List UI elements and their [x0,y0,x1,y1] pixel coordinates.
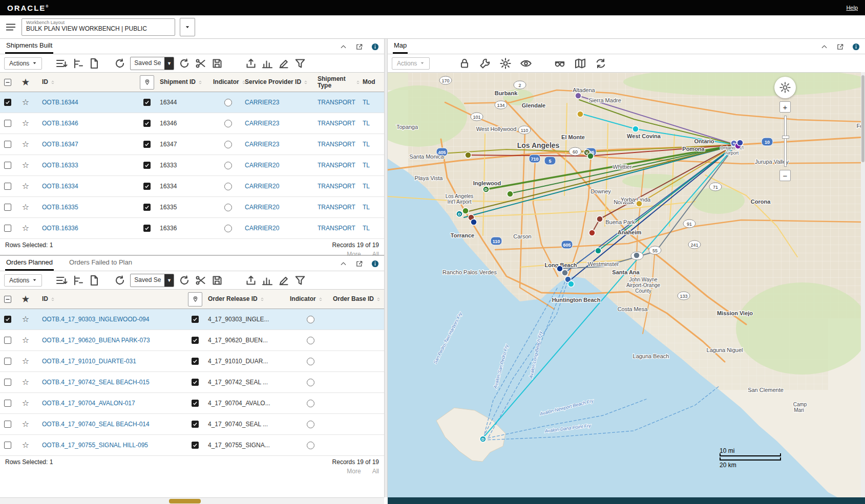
zoom-out-button[interactable]: − [779,170,791,181]
sort-icon[interactable] [376,296,381,302]
open-window-icon[interactable] [836,43,844,51]
shipment-flag-checkbox[interactable] [143,162,151,169]
order-flag-checkbox[interactable] [192,379,199,386]
saved-search-dropdown[interactable]: Saved Se▼ [130,274,174,287]
row-select-checkbox[interactable] [4,99,11,106]
vertical-scrollbar[interactable] [861,72,865,497]
table-settings-icon[interactable] [55,274,68,287]
lock-icon[interactable] [458,57,471,70]
row-select-checkbox[interactable] [4,120,11,127]
shipment-flag-checkbox[interactable] [143,204,151,211]
favorite-star-icon[interactable]: ☆ [22,420,29,428]
order-row[interactable]: ☆OOTB.4_17_91010_DUARTE-0314_17_91010_DU… [0,351,384,372]
all-link[interactable]: All [372,468,379,475]
service-provider-link[interactable]: CARRIER20 [245,162,279,169]
table-settings-icon[interactable] [55,57,68,70]
service-provider-link[interactable]: CARRIER23 [245,141,279,148]
order-flag-checkbox[interactable] [192,400,199,407]
info-icon[interactable] [852,43,860,51]
shipment-id-link[interactable]: OOTB.16335 [42,204,78,211]
sort-icon[interactable] [50,296,55,302]
mode-link[interactable]: TL [363,204,370,211]
shipment-flag-checkbox[interactable] [143,120,151,127]
save-icon[interactable] [211,274,223,287]
mode-link[interactable]: TL [363,120,370,127]
service-provider-link[interactable]: CARRIER20 [245,225,279,232]
new-document-icon[interactable] [88,57,100,70]
shipment-type-link[interactable]: TRANSPORT [318,141,355,148]
refresh-icon[interactable] [114,274,126,287]
workbench-menu-icon[interactable] [5,21,16,33]
order-id-link[interactable]: OOTB.4_17_90755_SIGNAL HILL-095 [42,442,148,449]
row-select-checkbox[interactable] [4,204,11,211]
shipment-id-link[interactable]: OOTB.16334 [42,183,78,190]
row-select-checkbox[interactable] [4,421,11,428]
save-icon[interactable] [211,57,223,70]
shipment-row[interactable]: ☆OOTB.1633316333CARRIER20TRANSPORTTL [0,155,384,176]
service-provider-link[interactable]: CARRIER23 [245,99,279,106]
map-compass-button[interactable] [774,77,796,98]
workbench-layout-caret[interactable] [180,18,195,36]
hierarchy-icon[interactable] [72,274,84,287]
sort-icon[interactable] [318,296,323,302]
favorite-star-icon[interactable]: ☆ [22,441,29,449]
info-icon[interactable] [371,43,379,51]
shipment-row[interactable]: ☆OOTB.1633616336CARRIER20TRANSPORTTL [0,218,384,239]
shipment-flag-checkbox[interactable] [143,141,151,148]
edit-icon[interactable] [278,274,290,287]
shipment-id-link[interactable]: OOTB.16333 [42,162,78,169]
scrollbar-thumb[interactable] [861,75,864,162]
shipment-row[interactable]: ☆OOTB.1634416344CARRIER23TRANSPORTTL [0,92,384,113]
favorite-star-icon[interactable]: ☆ [22,399,29,407]
shipment-flag-checkbox[interactable] [143,225,151,232]
select-all-checkbox[interactable] [4,296,11,303]
address-icon-button[interactable] [188,292,202,306]
service-provider-link[interactable]: CARRIER20 [245,204,279,211]
sort-icon[interactable] [260,296,265,302]
shipment-id-link[interactable]: OOTB.16336 [42,225,78,232]
filter-icon[interactable] [294,57,306,70]
goggles-icon[interactable] [554,57,566,70]
order-row[interactable]: ☆OOTB.4_17_90303_INGLEWOOD-0944_17_90303… [0,309,384,330]
favorite-star-icon[interactable]: ☆ [22,378,29,386]
favorite-star-icon[interactable]: ☆ [22,357,29,365]
order-flag-checkbox[interactable] [192,442,199,449]
collapse-icon[interactable] [340,260,347,268]
edit-icon[interactable] [278,57,290,70]
order-row[interactable]: ☆OOTB.4_17_90742_SEAL BEACH-0154_17_9074… [0,372,384,393]
refresh-icon[interactable] [114,57,126,70]
filter-icon[interactable] [294,274,306,287]
shipment-row[interactable]: ☆OOTB.1634716347CARRIER23TRANSPORTTL [0,134,384,155]
order-flag-checkbox[interactable] [192,421,199,428]
sort-icon[interactable] [198,79,203,85]
mode-link[interactable]: TL [363,225,370,232]
more-link[interactable]: More [347,468,361,475]
favorites-header-icon[interactable]: ★ [22,78,29,86]
collapse-icon[interactable] [340,43,347,51]
shipment-type-link[interactable]: TRANSPORT [318,204,355,211]
row-select-checkbox[interactable] [4,183,11,190]
new-document-icon[interactable] [88,274,100,287]
favorite-star-icon[interactable]: ☆ [22,315,29,323]
order-flag-checkbox[interactable] [192,337,199,344]
shipment-type-link[interactable]: TRANSPORT [318,99,355,106]
shipment-type-link[interactable]: TRANSPORT [318,162,355,169]
shipment-flag-checkbox[interactable] [143,183,151,190]
order-row[interactable]: ☆OOTB.4_17_90704_AVALON-0174_17_90704_AV… [0,393,384,414]
map-canvas[interactable]: 1702134101110405606057105101106057191241… [388,73,865,497]
favorite-star-icon[interactable]: ☆ [22,336,29,344]
row-select-checkbox[interactable] [4,162,11,169]
chart-icon[interactable] [261,274,273,287]
favorite-star-icon[interactable]: ☆ [22,161,29,169]
mode-link[interactable]: TL [363,99,370,106]
shipment-type-link[interactable]: TRANSPORT [318,225,355,232]
collapse-icon[interactable] [820,43,828,51]
favorite-star-icon[interactable]: ☆ [22,182,29,190]
horizontal-scrollbar[interactable] [0,497,384,504]
mode-link[interactable]: TL [363,162,370,169]
share-icon[interactable] [245,274,257,287]
actions-button[interactable]: Actions [4,274,42,287]
reload-icon[interactable] [178,274,191,287]
order-flag-checkbox[interactable] [192,316,199,323]
service-provider-link[interactable]: CARRIER20 [245,183,279,190]
